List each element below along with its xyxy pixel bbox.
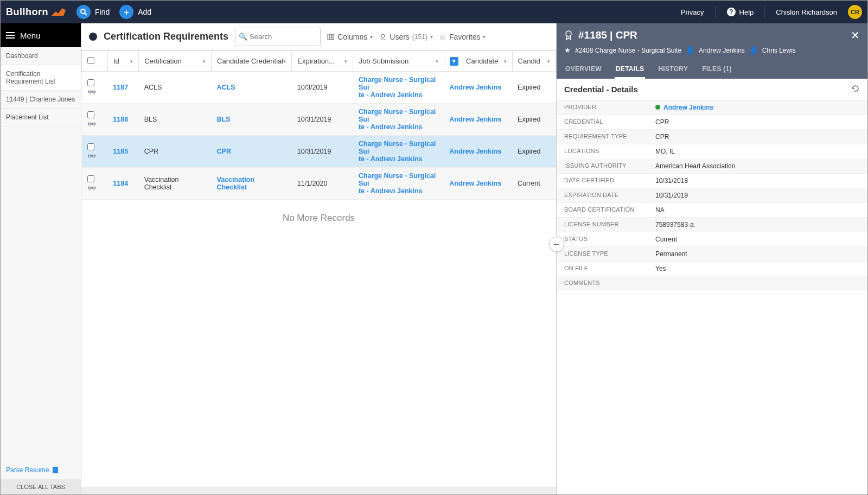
status-cell: Expired: [512, 136, 556, 168]
field-label: LOCATIONS: [557, 144, 650, 158]
detail-tab[interactable]: DETAILS: [615, 61, 646, 79]
search-input[interactable]: [235, 28, 321, 46]
table-row[interactable]: 👓1185CPRCPR10/31/2019Charge Nurse - Surg…: [82, 136, 556, 168]
columns-dropdown[interactable]: Columns▾: [327, 33, 373, 41]
horizontal-scrollbar[interactable]: [81, 487, 556, 494]
svg-rect-7: [332, 34, 334, 40]
column-header[interactable]: ▼Candidate▾: [444, 51, 512, 72]
credential-link[interactable]: ACLS: [217, 84, 235, 91]
job-link[interactable]: Charge Nurse - Surgical Suite - Andrew J…: [359, 76, 436, 99]
column-header[interactable]: Candid▾: [512, 51, 556, 72]
row-checkbox[interactable]: [87, 111, 94, 118]
preview-icon[interactable]: 👓: [87, 88, 96, 96]
collapse-panel-button[interactable]: ←: [549, 237, 564, 252]
column-header[interactable]: Certification▾: [139, 51, 212, 72]
column-header[interactable]: Id▾: [107, 51, 138, 72]
field-row: CREDENTIALCPR: [557, 115, 867, 130]
help-link[interactable]: ? Help: [726, 7, 754, 17]
id-link[interactable]: 1187: [113, 84, 128, 91]
refresh-button[interactable]: [851, 84, 860, 94]
candidate-link[interactable]: Andrew Jenkins: [449, 148, 501, 155]
field-label: COMMENTS: [557, 276, 650, 289]
credential-link[interactable]: Vaccination Checklist: [217, 176, 254, 191]
sidebar-item[interactable]: Placement List: [1, 109, 81, 126]
table-row[interactable]: 👓1186BLSBLS10/31/2019Charge Nurse - Surg…: [82, 104, 556, 136]
credential-link[interactable]: BLS: [217, 116, 231, 123]
detail-title: #1185 | CPR: [578, 29, 637, 41]
detail-tab[interactable]: FILES (1): [701, 61, 733, 79]
svg-rect-5: [328, 34, 329, 40]
users-count: (151): [412, 33, 427, 41]
candidate-link[interactable]: Andrew Jenkins: [449, 84, 501, 91]
section-title: Credential - Details: [564, 85, 638, 94]
preview-icon[interactable]: 👓: [87, 152, 96, 160]
breadcrumb-job[interactable]: #2408 Charge Nurse - Surgical Suite: [575, 47, 681, 54]
row-checkbox[interactable]: [87, 175, 94, 182]
field-value: Yes: [650, 262, 867, 276]
row-checkbox[interactable]: [87, 143, 94, 150]
detail-tab[interactable]: OVERVIEW: [564, 61, 603, 79]
certification-cell: ACLS: [139, 72, 212, 104]
id-link[interactable]: 1184: [113, 180, 128, 187]
breadcrumb-person[interactable]: Andrew Jenkins: [699, 47, 745, 54]
id-link[interactable]: 1186: [113, 116, 128, 123]
detail-tab[interactable]: HISTORY: [657, 61, 689, 79]
field-value: MO, IL: [650, 144, 867, 158]
arrow-left-icon: ←: [552, 239, 561, 249]
field-row: ON FILEYes: [557, 262, 867, 276]
search-icon: 🔍: [239, 33, 247, 41]
candidate-link[interactable]: Andrew Jenkins: [449, 116, 501, 123]
preview-icon[interactable]: 👓: [87, 184, 96, 192]
job-link[interactable]: Charge Nurse - Surgical Suite - Andrew J…: [359, 140, 436, 163]
find-button[interactable]: Find: [76, 5, 110, 19]
breadcrumb-person[interactable]: Chris Lewis: [762, 47, 796, 54]
column-header[interactable]: Expiration...▾: [292, 51, 353, 72]
add-button[interactable]: + Add: [119, 5, 151, 19]
preview-icon[interactable]: 👓: [87, 120, 96, 128]
table-row[interactable]: 👓1187ACLSACLS10/3/2019Charge Nurse - Sur…: [82, 72, 556, 104]
field-label: REQUIREMENT TYPE: [557, 130, 650, 144]
document-icon: [52, 466, 59, 474]
job-link[interactable]: Charge Nurse - Surgical Suite - Andrew J…: [359, 172, 436, 195]
field-value: NA: [650, 203, 867, 217]
id-link[interactable]: 1185: [113, 148, 128, 155]
select-all-checkbox[interactable]: [87, 57, 94, 64]
person-icon: 👤: [686, 46, 694, 54]
column-header[interactable]: Job Submission▾: [353, 51, 444, 72]
users-dropdown[interactable]: Users (151) ▾: [379, 33, 433, 41]
table-row[interactable]: 👓1184Vaccination ChecklistVaccination Ch…: [82, 168, 556, 200]
sidebar-item[interactable]: 11449 | Charlene Jones: [1, 91, 81, 109]
field-label: BOARD CERTIFICATION: [557, 203, 650, 217]
row-checkbox[interactable]: [87, 79, 94, 86]
privacy-link[interactable]: Privacy: [681, 8, 704, 16]
field-link[interactable]: Andrew Jenkins: [663, 104, 713, 111]
job-link[interactable]: Charge Nurse - Surgical Suite - Andrew J…: [359, 108, 436, 131]
divider: [764, 6, 765, 18]
help-icon: ?: [726, 7, 736, 17]
close-all-tabs-button[interactable]: CLOSE ALL TABS: [1, 479, 81, 494]
sidebar-item[interactable]: Dashboard: [1, 47, 81, 65]
field-row: LICENSE TYPEPermanent: [557, 247, 867, 262]
caret-down-icon: ▾: [344, 59, 347, 64]
svg-rect-6: [330, 34, 331, 40]
user-name[interactable]: Chislon Richardson: [776, 8, 837, 16]
sidebar: Menu DashboardCertification Requirement …: [1, 23, 81, 494]
candidate-link[interactable]: Andrew Jenkins: [449, 180, 501, 187]
sidebar-item[interactable]: Certification Requirement List: [1, 65, 81, 91]
column-header[interactable]: Candidate Credential▾: [212, 51, 292, 72]
plus-icon: +: [119, 5, 133, 19]
field-label: PROVIDER: [557, 100, 650, 115]
favorites-dropdown[interactable]: ☆ Favorites▾: [439, 33, 486, 41]
field-row: LICENSE NUMBER758937583-a: [557, 218, 867, 232]
divider: [715, 6, 716, 18]
status-cell: Current: [512, 168, 556, 200]
toolbar: Certification Requirements 🔍 Columns▾ Us…: [81, 23, 556, 50]
user-avatar[interactable]: CR: [848, 5, 862, 19]
credential-link[interactable]: CPR: [217, 148, 231, 155]
close-detail-button[interactable]: ✕: [851, 29, 860, 42]
menu-toggle[interactable]: Menu: [1, 23, 81, 47]
field-value: 10/31/2018: [650, 174, 867, 188]
parse-resume-link[interactable]: Parse Resume: [1, 461, 81, 479]
search-icon: [76, 5, 91, 19]
expiration-cell: 11/1/2020: [292, 168, 353, 200]
